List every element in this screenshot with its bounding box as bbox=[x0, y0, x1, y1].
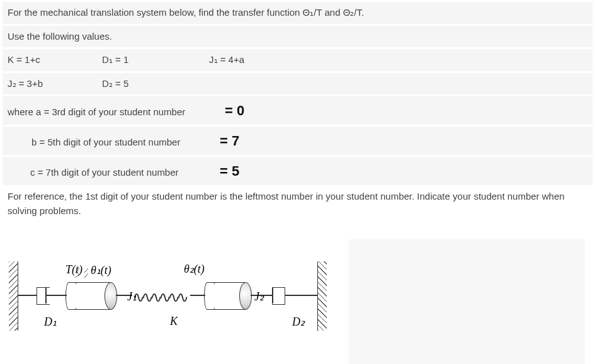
damper-D1-icon bbox=[37, 287, 50, 305]
damper-D2-icon bbox=[272, 287, 285, 305]
reference-text: For reference, the 1st digit of your stu… bbox=[8, 191, 565, 216]
param-D2: D₂ = 5 bbox=[102, 77, 196, 91]
shaft-segment bbox=[18, 295, 37, 296]
param-K: K = 1+c bbox=[8, 53, 102, 67]
where-b-value: = 7 bbox=[220, 130, 239, 151]
mechanical-system-figure: ⟋⟋⟋⟋ ∿∿∿∿∿∿ T(t) θ₁(t) θ₂(t) J₁ J₂ D₁ D₂… bbox=[3, 239, 343, 353]
label-J2: J₂ bbox=[254, 290, 264, 304]
where-c-line: c = 7th digit of your student number = 5 bbox=[3, 157, 592, 185]
label-theta2: θ₂(t) bbox=[184, 262, 205, 276]
where-c-value: = 5 bbox=[220, 161, 239, 181]
where-a-line: where a = 3rd digit of your student numb… bbox=[3, 96, 592, 125]
where-c-text: c = 7th digit of your student number bbox=[30, 166, 220, 180]
param-J1: J₁ = 4+a bbox=[209, 53, 303, 67]
label-Tt: T(t) bbox=[65, 263, 82, 276]
side-blank-panel bbox=[349, 239, 585, 364]
label-D2: D₂ bbox=[292, 315, 305, 329]
figure-area: ⟋⟋⟋⟋ ∿∿∿∿∿∿ T(t) θ₁(t) θ₂(t) J₁ J₂ D₁ D₂… bbox=[3, 239, 592, 364]
label-theta1: θ₁(t) bbox=[91, 263, 111, 277]
intro-line: For the mechanical translation system be… bbox=[3, 2, 592, 24]
where-a-value: = 0 bbox=[225, 100, 244, 121]
where-b-line: b = 5th digit of your student number = 7 bbox=[3, 127, 592, 155]
spring-K-icon: ∿∿∿∿∿∿ bbox=[132, 288, 185, 306]
intro-text: For the mechanical translation system be… bbox=[8, 6, 364, 20]
params-row-1: K = 1+c D₁ = 1 J₁ = 4+a bbox=[3, 49, 592, 71]
use-values-line: Use the following values. bbox=[3, 26, 592, 48]
param-J2: J₂ = 3+b bbox=[8, 77, 102, 91]
where-a-text: where a = 3rd digit of your student numb… bbox=[8, 105, 225, 120]
inertia-J1-end bbox=[105, 282, 117, 310]
label-K: K bbox=[170, 315, 178, 328]
label-J1: J₁ bbox=[127, 290, 137, 304]
inertia-J2-end bbox=[239, 282, 252, 310]
shaft-segment bbox=[45, 295, 67, 296]
shaft-segment bbox=[190, 295, 205, 296]
param-D1: D₁ = 1 bbox=[102, 53, 209, 67]
right-wall-icon bbox=[317, 261, 326, 331]
use-values-text: Use the following values. bbox=[8, 30, 112, 44]
where-b-text: b = 5th digit of your student number bbox=[31, 135, 220, 150]
left-wall-icon bbox=[9, 261, 18, 331]
params-row-2: J₂ = 3+b D₂ = 5 bbox=[3, 73, 592, 95]
reference-line: For reference, the 1st digit of your stu… bbox=[3, 187, 592, 220]
label-D1: D₁ bbox=[44, 315, 57, 329]
shaft-segment bbox=[285, 295, 317, 296]
